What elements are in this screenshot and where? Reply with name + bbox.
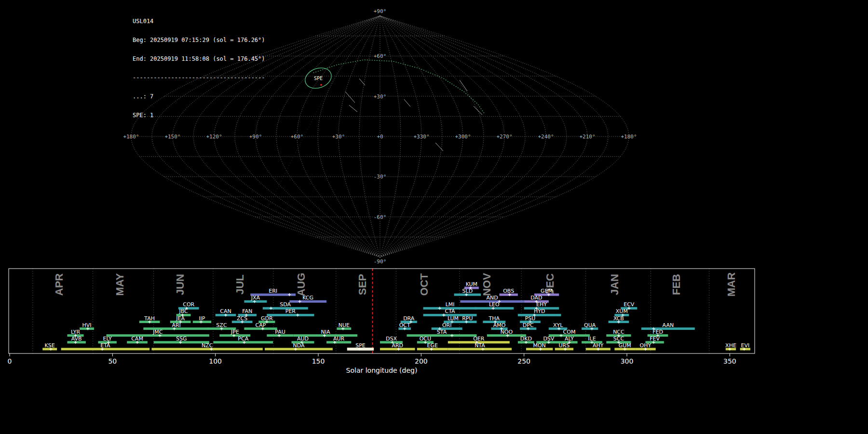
sky-grid-label: +270° [496, 134, 512, 140]
shower-label: COR [183, 301, 194, 308]
month-label: APR [53, 273, 65, 296]
shower-label: EVI [741, 342, 749, 349]
sky-grid-label: +180° [621, 134, 637, 140]
x-tick-label: 0 [8, 357, 12, 365]
month-label: MAY [114, 273, 126, 296]
sky-grid-label: +30° [332, 134, 345, 140]
meteor-trail [404, 99, 410, 107]
month-label: MAR [725, 272, 737, 297]
shower-label: CAP [256, 322, 266, 328]
x-tick-label: 350 [723, 357, 736, 365]
shower-label: FEV [650, 336, 660, 342]
shower-label: DSV [543, 336, 554, 342]
month-label: JUN [174, 274, 186, 295]
sky-grid-label: -90° [374, 258, 387, 265]
shower-label: NZC [202, 342, 213, 349]
x-tick-label: 100 [209, 357, 222, 365]
shower-label: AAN [663, 322, 674, 328]
shower-label: JXA [251, 295, 260, 301]
shower-label: CAN [220, 308, 231, 314]
x-tick-label: 150 [312, 357, 325, 365]
shower-label: JEA [176, 315, 185, 322]
shower-label: DSX [386, 336, 397, 342]
meteor-trail [435, 143, 443, 151]
sporadic-count: ...: 7 [133, 94, 265, 100]
shower-label: CTA [445, 308, 456, 314]
shower-label: ORI [442, 322, 452, 328]
shower-label: DRA [403, 315, 415, 322]
shower-label: XYL [553, 322, 563, 328]
shower-label: JBC [178, 308, 188, 314]
shower-label: DPC [523, 322, 534, 328]
shower-label: GUM [619, 342, 631, 349]
shower-label: NIA [321, 329, 330, 335]
shower-label: STA [437, 329, 447, 335]
sky-grid-label: +150° [164, 134, 180, 140]
shower-label: NCC [613, 329, 624, 335]
shower-label: AND [486, 295, 498, 301]
sky-grid-label: +210° [579, 134, 595, 140]
shower-label: SZC [216, 322, 227, 328]
sky-grid-label: +240° [538, 134, 554, 140]
shower-label: COM [563, 329, 576, 335]
end-time: End: 20250919 11:58:08 (sol = 176.45°) [133, 56, 265, 62]
separator-line: -------------------------------------- [133, 75, 265, 81]
shower-label: PER [285, 308, 296, 314]
shower-label: XCB [613, 315, 624, 322]
shower-label: NUE [339, 322, 350, 328]
shower-label: IIP [199, 315, 205, 322]
meteor-trail [359, 79, 365, 85]
x-tick-label: 300 [621, 357, 634, 365]
month-label: AUG [295, 273, 307, 297]
sky-grid-label: -30° [374, 174, 387, 180]
plot-canvas: +180°+150°+120°+90°+60°+30°+0+330°+300°+… [0, 0, 868, 434]
shower-label: LUM [448, 315, 459, 322]
shower-label: QUA [584, 322, 596, 328]
shower-label: ETA [100, 342, 110, 349]
x-axis-title: Solar longitude (deg) [346, 366, 418, 374]
shower-label: KUM [466, 281, 477, 287]
shower-label: OCT [399, 322, 410, 328]
shower-label: HVI [82, 322, 91, 328]
shower-label: ERI [269, 288, 277, 294]
shower-label: SCC [613, 336, 624, 342]
shower-label: ECV [624, 301, 635, 308]
shower-label: OHY [640, 342, 651, 349]
shower-label: ILE [588, 336, 596, 342]
shower-label: JMC [152, 329, 163, 335]
shower-label: NDA [293, 342, 305, 349]
sky-grid-label: +90° [249, 134, 262, 140]
shower-label: AVB [71, 336, 82, 342]
sky-grid-label: +330° [413, 134, 429, 140]
spe-count: SPE: 1 [133, 112, 265, 119]
month-label: SEP [356, 274, 368, 295]
shower-label: PAU [275, 329, 285, 335]
meteor-trail [349, 105, 357, 112]
shower-label: PCA [238, 336, 248, 342]
shower-label: GDR [261, 315, 273, 322]
shower-label: NOO [501, 329, 513, 335]
month-label: OCT [418, 273, 430, 296]
shower-label: SDA [280, 301, 291, 308]
month-label: JUL [234, 274, 246, 295]
shower-label: LEO [489, 301, 500, 308]
meteor-trail [345, 92, 355, 103]
shower-label: LYR [71, 329, 80, 335]
shower-label: DAD [530, 295, 542, 301]
shower-label: KSE [45, 342, 55, 349]
shower-label: ARI [172, 322, 180, 328]
sky-grid-label: -60° [374, 214, 387, 220]
meteor-trail [460, 80, 467, 91]
shower-label: SSG [176, 336, 187, 342]
shower-label: RPU [462, 315, 473, 322]
shower-label: MON [533, 342, 545, 349]
meteor-trail [474, 106, 482, 115]
station-id: USL014 [133, 18, 265, 25]
shower-label: JPE [231, 329, 239, 335]
x-tick-label: 250 [517, 357, 530, 365]
month-label: FEB [670, 274, 682, 295]
x-tick-label: 200 [415, 357, 428, 365]
reference-line [268, 44, 351, 206]
begin-time: Beg: 20250919 07:15:29 (sol = 176.26°) [133, 37, 265, 43]
sky-grid-label: +180° [123, 134, 139, 140]
